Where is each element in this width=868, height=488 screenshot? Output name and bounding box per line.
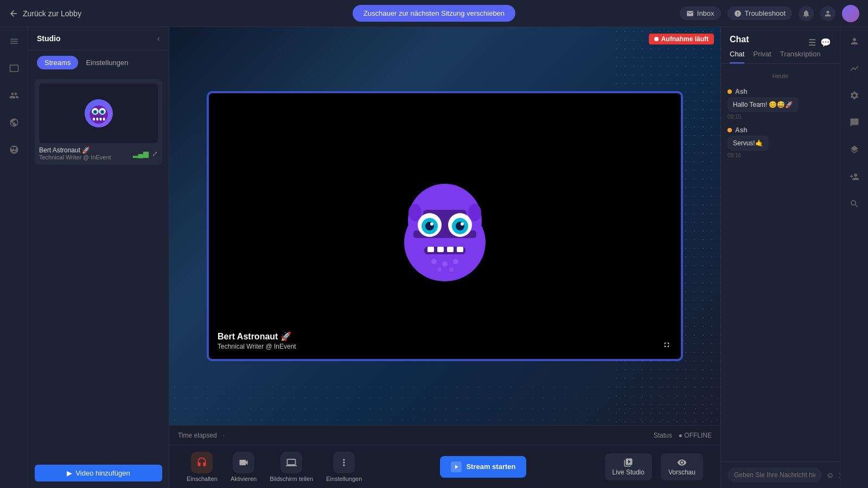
- chat-input-area: ☺ ➤: [721, 461, 840, 488]
- svg-point-30: [442, 261, 448, 267]
- tab-einstellungen[interactable]: Einstellungen: [78, 56, 136, 69]
- svg-rect-26: [437, 247, 444, 252]
- vorschau-button[interactable]: Vorschau: [661, 453, 703, 480]
- sender-status-dot: [727, 89, 732, 94]
- chat-bubble-2: Servus!🤙: [727, 136, 769, 151]
- transfer-viewers-button[interactable]: Zuschauer zur nächsten Sitzung verschieb…: [353, 5, 515, 22]
- aktivieren-icon: [233, 452, 254, 473]
- monster-character: [391, 166, 499, 286]
- fullscreen-icon: [663, 341, 671, 349]
- right-sidebar-icons: [840, 27, 868, 488]
- center-action: Zuschauer zur nächsten Sitzung verschieb…: [353, 5, 515, 22]
- chat-panel-header: Chat ☰ 💬 Chat Privat Transkription: [721, 27, 840, 64]
- tab-privat[interactable]: Privat: [753, 50, 771, 63]
- svg-point-34: [409, 204, 422, 221]
- einstellungen-icon: [333, 452, 355, 473]
- right-chat-icon[interactable]: [846, 114, 863, 131]
- right-person-icon[interactable]: [846, 33, 863, 50]
- inbox-button[interactable]: Inbox: [680, 7, 721, 20]
- right-settings-icon[interactable]: [846, 87, 863, 104]
- chat-sender-1: Ash: [727, 88, 833, 95]
- einschalten-button[interactable]: Einschalten: [187, 452, 218, 482]
- stream-subtitle: Technical Writer @ InEvent: [39, 154, 111, 160]
- svg-rect-27: [447, 247, 454, 252]
- chat-input[interactable]: [727, 467, 822, 483]
- add-video-icon: ▶: [67, 469, 72, 477]
- chat-bubble-1: Hallo Team! 😊😅🚀: [727, 97, 799, 112]
- right-add-person-icon[interactable]: [846, 168, 863, 185]
- live-studio-icon: [623, 458, 633, 467]
- fullscreen-button[interactable]: [659, 337, 674, 352]
- back-button[interactable]: Zurück zur Lobby: [9, 9, 81, 18]
- add-video-button[interactable]: ▶ Video hinzufügen: [35, 465, 162, 481]
- svg-rect-10: [99, 118, 101, 120]
- people-icon[interactable]: [5, 87, 23, 104]
- left-controls: Einschalten Aktivieren Bildschirm teilen: [187, 452, 362, 482]
- svg-rect-25: [427, 247, 434, 252]
- expand-icon[interactable]: ⤢: [152, 150, 158, 158]
- video-name-overlay: Bert Astronaut 🚀 Technical Writer @ InEv…: [218, 331, 296, 350]
- right-layers-icon[interactable]: [846, 141, 863, 158]
- bottom-controls: Einschalten Aktivieren Bildschirm teilen: [169, 445, 720, 488]
- center-controls: Stream starten: [440, 456, 526, 478]
- inbox-icon: [686, 10, 694, 17]
- recording-dot: [654, 37, 659, 41]
- svg-rect-28: [457, 247, 463, 252]
- chat-time-2: 09:16: [727, 152, 833, 158]
- profile-icon[interactable]: [820, 6, 835, 21]
- bg-dots-bottom: [169, 382, 720, 425]
- group-icon[interactable]: [5, 141, 23, 158]
- aktivieren-button[interactable]: Aktivieren: [231, 452, 257, 482]
- topbar: Zurück zur Lobby Zuschauer zur nächsten …: [0, 0, 868, 27]
- right-controls: Live Studio Vorschau: [605, 453, 703, 480]
- svg-point-32: [437, 267, 442, 272]
- chat-time-1: 09:15: [727, 114, 833, 120]
- chat-messages: Heute Ash Hallo Team! 😊😅🚀 09:15 Ash Serv…: [721, 64, 840, 461]
- stream-avatar: [85, 99, 113, 127]
- chat-header-actions: ☰ 💬: [808, 37, 831, 48]
- svg-point-22: [430, 222, 433, 226]
- studio-close-button[interactable]: ‹: [157, 34, 160, 43]
- bildschirm-icon: [280, 452, 302, 473]
- svg-rect-11: [103, 118, 105, 120]
- chat-tabs: Chat Privat Transkription: [730, 50, 831, 63]
- stream-thumbnail: [39, 84, 158, 143]
- chat-list-icon[interactable]: ☰: [808, 37, 816, 48]
- main-area: Studio ‹ Streams Einstellungen ☆: [0, 27, 868, 488]
- chat-panel: Chat ☰ 💬 Chat Privat Transkription Heute…: [720, 27, 840, 488]
- screen-icon[interactable]: [5, 60, 23, 77]
- svg-point-6: [101, 111, 103, 113]
- signal-icon: ▂▄▆: [133, 150, 149, 158]
- studio-tabs: Streams Einstellungen: [28, 50, 169, 75]
- studio-title: Studio: [37, 34, 61, 43]
- globe-icon[interactable]: [5, 114, 23, 131]
- svg-point-31: [453, 259, 458, 264]
- left-sidebar-icons: [0, 27, 28, 488]
- recording-badge: Aufnahme läuft: [649, 34, 714, 44]
- presenter-subtitle: Technical Writer @ InEvent: [218, 343, 296, 350]
- back-label: Zurück zur Lobby: [23, 9, 81, 18]
- video-stage: Bert Astronaut 🚀 Technical Writer @ InEv…: [169, 27, 720, 425]
- topbar-right-actions: Inbox Troubleshoot: [680, 5, 859, 22]
- right-chart-icon[interactable]: [846, 60, 863, 77]
- tab-streams[interactable]: Streams: [37, 56, 78, 69]
- menu-icon[interactable]: [5, 33, 23, 50]
- tab-chat[interactable]: Chat: [730, 50, 744, 63]
- stream-info: Bert Astronaut 🚀 Technical Writer @ InEv…: [39, 146, 158, 160]
- notifications-icon[interactable]: [799, 6, 814, 21]
- live-studio-button[interactable]: Live Studio: [605, 453, 652, 480]
- stream-starten-button[interactable]: Stream starten: [440, 456, 526, 478]
- svg-point-33: [449, 267, 454, 272]
- chat-bubble-icon[interactable]: 💬: [820, 37, 831, 48]
- chat-title: Chat: [730, 35, 749, 44]
- svg-point-35: [468, 204, 481, 221]
- right-search-icon[interactable]: [846, 195, 863, 213]
- einstellungen-button[interactable]: Einstellungen: [326, 452, 362, 482]
- bildschirm-button[interactable]: Bildschirm teilen: [270, 452, 313, 482]
- troubleshoot-button[interactable]: Troubleshoot: [727, 7, 792, 20]
- svg-point-5: [94, 111, 96, 113]
- emoji-button[interactable]: ☺: [826, 471, 834, 479]
- user-avatar[interactable]: [842, 5, 859, 22]
- tab-transkription[interactable]: Transkription: [780, 50, 821, 63]
- svg-rect-7: [94, 116, 104, 118]
